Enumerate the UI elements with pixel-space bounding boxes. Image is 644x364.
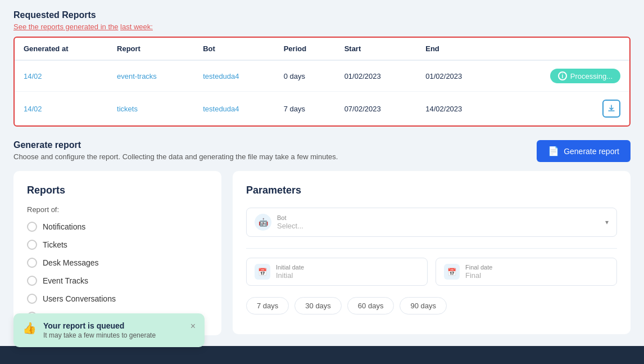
info-icon: i <box>558 71 567 80</box>
radio-label: Tickets <box>43 240 67 249</box>
generate-section-header: Generate report Choose and configure the… <box>13 140 631 162</box>
table-cell: 01/02/2023 <box>335 60 417 92</box>
period-button[interactable]: 90 days <box>400 297 447 314</box>
requested-reports-subtitle: See the reports generated in the last we… <box>13 23 631 31</box>
calendar-icon: 📅 <box>255 264 270 280</box>
final-date-value: Final <box>465 271 481 280</box>
bot-select-content: Bot Select... <box>277 214 600 230</box>
toast-title: Your report is queued <box>43 321 184 330</box>
final-date-label: Final date <box>465 264 609 271</box>
table-action-cell[interactable] <box>498 92 629 126</box>
toast-notification: 👍 Your report is queued It may take a fe… <box>13 313 205 347</box>
toast-icon: 👍 <box>22 321 37 335</box>
parameters-card-title: Parameters <box>246 185 617 196</box>
table-row: 14/02ticketstesteduda47 days07/02/202314… <box>15 92 629 126</box>
document-icon: 📄 <box>548 146 559 156</box>
parameters-card: Parameters 🤖 Bot Select... ▾ 📅 Initial d… <box>233 171 631 334</box>
period-button[interactable]: 60 days <box>347 297 394 314</box>
final-date-content: Final date Final <box>465 264 609 280</box>
table-cell: 0 days <box>275 60 335 92</box>
table-cell[interactable]: event-tracks <box>108 60 194 92</box>
requested-reports-title: Requested Reports <box>13 10 631 20</box>
bot-select[interactable]: 🤖 Bot Select... ▾ <box>246 208 617 237</box>
report-of-label: Report of: <box>27 205 208 214</box>
chevron-down-icon: ▾ <box>605 218 609 226</box>
reports-card: Reports Report of: NotificationsTicketsD… <box>13 171 221 335</box>
radio-circle <box>27 294 37 304</box>
reports-table: Generated at Report Bot Period Start End… <box>15 38 629 125</box>
table-row: 14/02event-trackstesteduda40 days01/02/2… <box>15 60 629 92</box>
initial-date-field[interactable]: 📅 Initial date Initial <box>246 258 428 286</box>
period-button[interactable]: 30 days <box>294 297 342 314</box>
divider <box>246 248 617 249</box>
reports-card-title: Reports <box>27 185 208 196</box>
radio-circle <box>27 222 37 232</box>
generate-report-button[interactable]: 📄 Generate report <box>537 140 631 162</box>
generate-section-subtitle: Choose and configure the report. Collect… <box>13 152 338 161</box>
bot-select-placeholder: Select... <box>277 222 303 230</box>
table-cell[interactable]: testeduda4 <box>194 60 275 92</box>
period-buttons: 7 days30 days60 days90 days <box>246 297 617 314</box>
initial-date-value: Initial <box>276 271 293 280</box>
initial-date-label: Initial date <box>276 264 419 271</box>
calendar-final-icon: 📅 <box>444 264 460 280</box>
table-cell: 14/02/2023 <box>416 92 498 126</box>
table-cell: 01/02/2023 <box>416 60 498 92</box>
radio-label: Event Tracks <box>43 276 88 285</box>
two-col-layout: Reports Report of: NotificationsTicketsD… <box>13 171 631 335</box>
period-button[interactable]: 7 days <box>246 297 289 314</box>
table-cell[interactable]: tickets <box>108 92 194 126</box>
radio-group: NotificationsTicketsDesk MessagesEvent T… <box>27 222 208 322</box>
generate-section-info: Generate report Choose and configure the… <box>13 140 338 161</box>
bot-select-label: Bot <box>277 214 600 221</box>
radio-label: Desk Messages <box>43 258 99 267</box>
radio-label: Notifications <box>43 222 85 231</box>
initial-date-content: Initial date Initial <box>276 264 419 280</box>
radio-circle <box>27 258 37 268</box>
subtitle-link[interactable]: last week <box>120 23 151 31</box>
table-cell[interactable]: 14/02 <box>15 92 108 126</box>
col-bot: Bot <box>194 38 275 60</box>
col-generated-at: Generated at <box>15 38 108 60</box>
toast-content: Your report is queued It may take a few … <box>43 321 184 339</box>
radio-item[interactable]: Event Tracks <box>27 276 208 286</box>
download-button[interactable] <box>602 100 620 118</box>
processing-badge: iProcessing... <box>550 69 620 83</box>
radio-label: Users Conversations <box>43 294 116 303</box>
col-end: End <box>416 38 498 60</box>
col-start: Start <box>335 38 417 60</box>
radio-item[interactable]: Desk Messages <box>27 258 208 268</box>
table-cell: 07/02/2023 <box>335 92 417 126</box>
radio-item[interactable]: Tickets <box>27 240 208 250</box>
toast-subtitle: It may take a few minutes to generate <box>43 331 184 339</box>
col-period: Period <box>275 38 335 60</box>
generate-section-title: Generate report <box>13 140 338 150</box>
table-cell: 7 days <box>275 92 335 126</box>
table-cell[interactable]: testeduda4 <box>194 92 275 126</box>
radio-item[interactable]: Users Conversations <box>27 294 208 304</box>
table-action-cell[interactable]: iProcessing... <box>498 60 629 92</box>
date-row: 📅 Initial date Initial 📅 Final date Fina… <box>246 258 617 286</box>
requested-reports-section: Requested Reports See the reports genera… <box>13 10 631 127</box>
reports-table-container: Generated at Report Bot Period Start End… <box>13 37 631 127</box>
radio-circle <box>27 240 37 250</box>
bottom-bar <box>0 346 644 364</box>
final-date-field[interactable]: 📅 Final date Final <box>436 258 617 286</box>
radio-circle <box>27 276 37 286</box>
col-report: Report <box>108 38 194 60</box>
toast-close-button[interactable]: × <box>191 321 196 331</box>
radio-item[interactable]: Notifications <box>27 222 208 232</box>
bot-icon: 🤖 <box>255 214 271 231</box>
generate-report-btn-label: Generate report <box>564 147 619 156</box>
table-cell[interactable]: 14/02 <box>15 60 108 92</box>
col-action <box>498 38 629 60</box>
